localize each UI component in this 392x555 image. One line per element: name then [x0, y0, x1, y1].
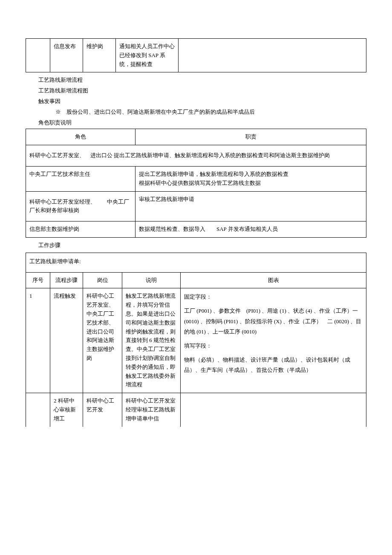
- steps-header-seq: 序号: [26, 272, 50, 288]
- roles-row0-merged: 科研中心工艺开发室、 进出口公 提出工艺路线新增申请、触发新增流程和导入系统的数…: [26, 145, 366, 167]
- step2-post: 科研中心工艺开发: [83, 393, 122, 427]
- step2-desc: 科研中心工艺开发室经理审核工艺路线新增申请单中信: [122, 393, 181, 427]
- cell-desc: 通知相关人员工作中心已经修改到 SAP 系统，提醒检查: [116, 39, 179, 72]
- chart-fixed-label: 固定字段：: [184, 292, 363, 302]
- table-row: 信息部主数据维护岗 数据规范性检查、数据导入 SAP 并发布通知相关人员: [26, 221, 366, 238]
- step1-post: 科研中心工艺开发室、中央工厂工艺技术部、进出口公司和阿迪达斯主数据维护岗: [83, 288, 122, 393]
- steps-header-desc: 说明: [122, 272, 181, 288]
- roles-header-role: 角色: [26, 129, 135, 145]
- steps-form-title-row: 工艺路线新增申请单:: [26, 253, 366, 272]
- chart-fixed-values: 工厂 (P001) 、参数文件 (PI01) 、用途 (1) 、状态 (4) 、…: [184, 306, 363, 337]
- roles-row1-role: 中央工厂工艺技术部主任: [26, 166, 135, 191]
- step1-desc: 触发工艺路线新增流程，并填写分管信息。如果是进出口公司和阿迪达斯主数据维护岗触发…: [122, 288, 181, 393]
- steps-form-title: 工艺路线新增申请单:: [26, 253, 366, 272]
- cell-post: 维护岗: [83, 39, 116, 72]
- step2-seq: [26, 393, 50, 427]
- table-row: 2 科研中心审核新增工 科研中心工艺开发 科研中心工艺开发室经理审核工艺路线新增…: [26, 393, 366, 427]
- steps-table: 工艺路线新增申请单: 序号 流程步骤 岗位 说明 图表 1 流程触发 科研中心工…: [26, 253, 366, 427]
- roles-header-duty: 职责: [135, 129, 366, 145]
- roles-header-row: 角色 职责: [26, 129, 366, 145]
- roles-row3-role: 信息部主数据维护岗: [26, 221, 135, 238]
- chart-fill-label: 填写字段：: [184, 341, 363, 351]
- steps-header-chart: 图表: [181, 272, 366, 288]
- cell-chart: [179, 39, 366, 72]
- trigger-text: ※ 股份公司、进出口公司、阿迪达斯新增在中央工厂生产的新的成品和半成品后: [55, 108, 366, 117]
- heading-trigger: 触发事因: [38, 97, 366, 106]
- roles-table: 角色 职责 科研中心工艺开发室、 进出口公 提出工艺路线新增申请、触发新增流程和…: [26, 129, 366, 238]
- heading-roles: 角色职责说明: [38, 118, 366, 127]
- roles-row2-role: 科研中心工艺开发室经理、 中央工厂厂长和财务部审核岗: [26, 191, 135, 221]
- steps-header-row: 序号 流程步骤 岗位 说明 图表: [26, 272, 366, 288]
- roles-row3-duty: 数据规范性检查、数据导入 SAP 并发布通知相关人员: [135, 221, 366, 238]
- steps-header-step: 流程步骤: [50, 272, 83, 288]
- step1-seq: 1: [26, 288, 50, 393]
- table-row: 1 流程触发 科研中心工艺开发室、中央工厂工艺技术部、进出口公司和阿迪达斯主数据…: [26, 288, 366, 393]
- roles-row2-duty: 审核工艺路线新增申请: [135, 191, 366, 221]
- step1-step: 流程触发: [50, 288, 83, 393]
- table-row: 科研中心工艺开发室、 进出口公 提出工艺路线新增申请、触发新增流程和导入系统的数…: [26, 145, 366, 167]
- table-row: 科研中心工艺开发室经理、 中央工厂厂长和财务部审核岗 审核工艺路线新增申请: [26, 191, 366, 221]
- step2-chart: [181, 393, 366, 427]
- table-row: 中央工厂工艺技术部主任 提出工艺路线新增申请，触发新增流程和导入系统的数据检查 …: [26, 166, 366, 191]
- top-continuation-table: 信息发布 维护岗 通知相关人员工作中心已经修改到 SAP 系统，提醒检查: [26, 38, 366, 72]
- cell-step: 信息发布: [50, 39, 83, 72]
- roles-row1-duty: 提出工艺路线新增申请，触发新增流程和导入系统的数据检查 根据科研中心提供数据填写…: [135, 166, 366, 191]
- step2-step: 2 科研中心审核新增工: [50, 393, 83, 427]
- chart-fill-values: 物料（必填）、物料描述、设计班产量（成品）、设计包装耗时（成品）、生产车间（半成…: [184, 355, 363, 376]
- table-row: 信息发布 维护岗 通知相关人员工作中心已经修改到 SAP 系统，提醒检查: [26, 39, 366, 72]
- cell-blank: [26, 39, 50, 72]
- step1-chart: 固定字段： 工厂 (P001) 、参数文件 (PI01) 、用途 (1) 、状态…: [181, 288, 366, 393]
- heading-process-add: 工艺路线新增流程: [38, 76, 366, 85]
- heading-steps: 工作步骤: [38, 241, 366, 250]
- heading-process-add-diagram: 工艺路线新增流程图: [38, 86, 366, 95]
- steps-header-post: 岗位: [83, 272, 122, 288]
